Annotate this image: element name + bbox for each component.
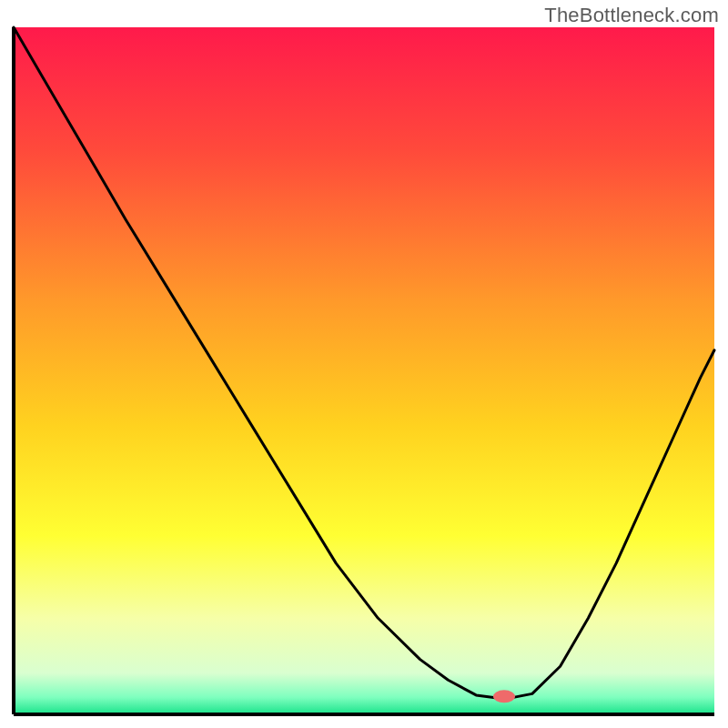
chart-svg	[0, 0, 728, 728]
optimal-marker	[493, 690, 515, 703]
watermark-text: TheBottleneck.com	[544, 4, 719, 27]
bottleneck-chart: TheBottleneck.com	[0, 0, 728, 728]
plot-background	[14, 27, 714, 714]
